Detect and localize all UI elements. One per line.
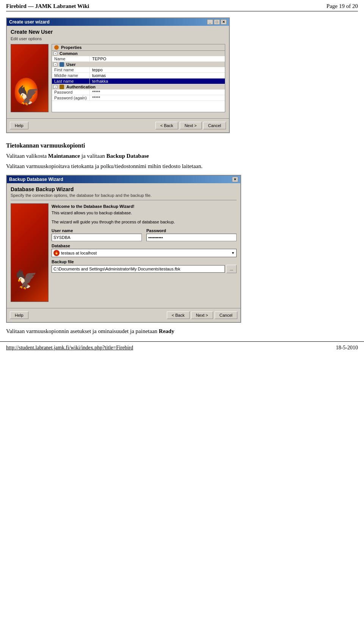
database-select-text: testaus at localhost [61, 251, 230, 255]
section1-heading: Tietokannan varmuuskopionti [6, 142, 358, 149]
chevron-down-icon: ▼ [231, 251, 235, 255]
middlename-row: Middle name tuomas [52, 73, 225, 79]
close-button[interactable]: ✕ [221, 19, 227, 25]
welcome-text: Welcome to the Database Backup Wizard! T… [52, 203, 237, 216]
footer-url[interactable]: http://student.labranet.jamk.fi/wiki/ind… [6, 345, 133, 351]
user-collapse[interactable]: - [53, 63, 57, 66]
password-label: Password [146, 228, 237, 233]
backup-next-button[interactable]: Next > [191, 311, 213, 319]
password-input[interactable] [146, 234, 237, 241]
properties-icon [54, 45, 59, 50]
page-header: Firebird — JAMK Labranet Wiki Page 19 of… [0, 0, 364, 11]
page-number: Page 19 of 20 [326, 3, 358, 9]
name-row: Name TEPPO [52, 56, 225, 62]
backup-file-input[interactable] [52, 265, 225, 273]
maximize-button[interactable]: □ [214, 19, 220, 25]
create-wizard-heading: Create New User [11, 29, 225, 35]
section1-para2: Valitaan varmuuskopioitava tietokanta ja… [6, 162, 358, 170]
create-user-wizard-window: Create user wizard _ □ ✕ Create New User… [6, 17, 230, 133]
backup-help-button[interactable]: Help [10, 311, 28, 319]
wizard-logo [11, 44, 49, 112]
create-wizard-footer: Help < Back Next > Cancel [7, 118, 229, 132]
title-bar-controls: _ □ ✕ [207, 19, 227, 25]
backup-title-bar: Backup Database Wizard ✕ [7, 176, 240, 183]
backup-file-row: ... [52, 265, 237, 273]
username-input[interactable] [52, 234, 142, 241]
footer-date: 18-5-2010 [336, 345, 358, 351]
password-row: Password ***** [52, 90, 225, 95]
backup-file-container: Backup file ... [52, 259, 237, 273]
create-help-button[interactable]: Help [10, 122, 28, 129]
password-again-row: Password (again) ***** [52, 95, 225, 101]
backup-title: Backup Database Wizard [9, 177, 63, 182]
backup-heading: Database Backup Wizard [11, 186, 237, 192]
backup-cancel-button[interactable]: Cancel [215, 311, 237, 319]
section2-text: Valitaan varmuuskopionnin asetukset ja o… [6, 327, 358, 335]
browse-button[interactable]: ... [226, 265, 237, 273]
backup-wizard-window: Backup Database Wizard ✕ Database Backup… [6, 175, 241, 323]
common-section-header: - Common [52, 51, 225, 56]
section1-para1: Valitaan valikosta Maintanance ja valita… [6, 152, 358, 160]
firstname-row: First name teppo [52, 67, 225, 73]
create-wizard-title-bar: Create user wizard _ □ ✕ [7, 18, 229, 26]
database-label: Database [52, 244, 237, 248]
database-container: Database 🔥 testaus at localhost ▼ [52, 244, 237, 257]
backup-wizard-footer: Help < Back Next > Cancel [7, 308, 240, 322]
username-label: User name [52, 228, 142, 233]
username-field-container: User name [52, 228, 142, 241]
create-wizard-title: Create user wizard [9, 19, 50, 25]
backup-close-button[interactable]: ✕ [232, 177, 238, 182]
user-section-header: - User [52, 62, 225, 67]
username-password-row: User name Password [52, 228, 237, 241]
backup-subtext: Specify the connection options, the data… [11, 193, 237, 200]
database-select-icon: 🔥 [53, 250, 60, 256]
create-cancel-button[interactable]: Cancel [203, 122, 226, 129]
auth-collapse[interactable]: - [53, 85, 57, 89]
lock-icon [60, 85, 64, 89]
properties-panel: Properties - Common Name TEPPO - [52, 44, 225, 112]
backup-logo [11, 203, 49, 302]
database-select[interactable]: 🔥 testaus at localhost ▼ [52, 249, 237, 257]
backup-back-button[interactable]: < Back [167, 311, 190, 319]
password-field-container: Password [146, 228, 237, 241]
page-footer: http://student.labranet.jamk.fi/wiki/ind… [0, 341, 364, 354]
backup-title-controls: ✕ [232, 177, 238, 182]
create-wizard-subheading: Edit user options [11, 36, 225, 41]
user-icon [60, 62, 64, 67]
common-collapse[interactable]: - [53, 52, 57, 55]
lastname-row: Last name terhakka [52, 79, 225, 84]
backup-file-label: Backup file [52, 259, 237, 264]
create-next-button[interactable]: Next > [180, 122, 202, 129]
backup-form: Welcome to the Database Backup Wizard! T… [52, 203, 237, 302]
auth-section-header: - Authentication [52, 84, 225, 90]
minimize-button[interactable]: _ [207, 19, 213, 25]
guide-text: The wizard will guide you through the pr… [52, 219, 237, 225]
properties-header: Properties [52, 44, 225, 51]
page-title: Firebird — JAMK Labranet Wiki [6, 3, 89, 9]
create-back-button[interactable]: < Back [155, 122, 178, 129]
